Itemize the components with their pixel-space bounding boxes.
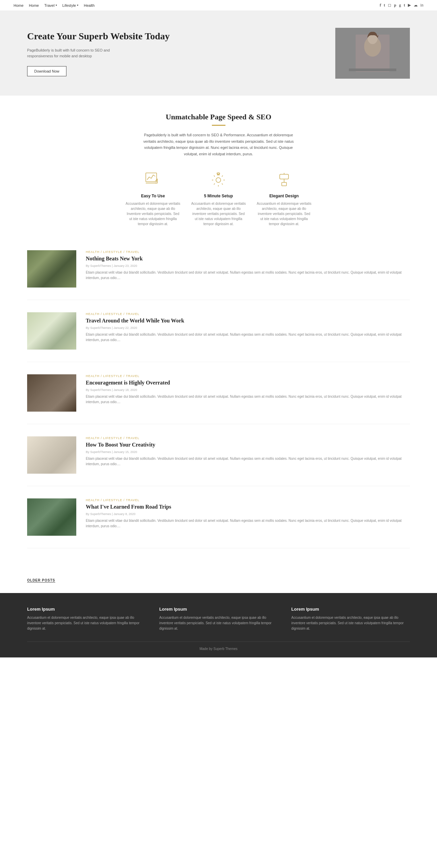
post-title[interactable]: Encouragement is Highly Overrated: [86, 379, 410, 387]
feature-five-minute: 5 Minute Setup Accusantium et doloremque…: [191, 171, 246, 226]
post-item: HEALTH / LIFESTYLE / TRAVEL Nothing Beat…: [27, 250, 410, 300]
feature-easy-to-use: Easy To Use Accusantium et doloremque ve…: [125, 171, 181, 226]
post-title[interactable]: How To Boost Your Creativity: [86, 441, 410, 449]
post-title[interactable]: Nothing Beats New York: [86, 255, 410, 262]
nav-home2[interactable]: Home: [29, 3, 39, 7]
download-now-button[interactable]: Download Now: [27, 66, 66, 76]
nav-health[interactable]: Health: [84, 3, 95, 7]
older-posts-section: OLDER POSTS: [0, 574, 437, 593]
svg-rect-11: [282, 182, 286, 186]
post-image-work: [27, 312, 76, 350]
footer-col-1-title: Lorem Ipsum: [27, 607, 146, 612]
features-description: Pagebuilderly is built with full concern…: [137, 132, 300, 157]
linkedin-icon[interactable]: in: [420, 3, 423, 8]
hero-section: Create Your Superb Website Today PageBui…: [0, 11, 437, 96]
nav-links: Home Home Travel ▾ Lifestyle ▾ Health: [14, 3, 95, 7]
post-category: HEALTH / LIFESTYLE / TRAVEL: [86, 436, 410, 440]
post-category: HEALTH / LIFESTYLE / TRAVEL: [86, 374, 410, 378]
section-divider: [212, 125, 225, 126]
nav-lifestyle-dropdown[interactable]: Lifestyle ▾: [62, 3, 78, 7]
travel-chevron-icon: ▾: [56, 4, 57, 7]
svg-rect-5: [146, 173, 157, 182]
pinterest-icon[interactable]: 𝐩: [394, 3, 396, 8]
footer-col-1: Lorem Ipsum Accusantium et doloremque ve…: [27, 607, 146, 631]
feature-design-desc: Accusantium et doloremque veritatis arch…: [256, 201, 312, 226]
feature-setup-title: 5 Minute Setup: [191, 194, 246, 198]
post-meta: By SuperbThemes | January 15, 2020: [86, 450, 410, 454]
hero-text: Create Your Superb Website Today PageBui…: [27, 30, 322, 76]
post-excerpt: Etiam placerat velit vitae dui blandit s…: [86, 332, 410, 343]
facebook-icon[interactable]: 𝐟: [380, 3, 381, 8]
svg-point-7: [216, 178, 221, 182]
googleplus-icon[interactable]: 𝐠: [399, 3, 401, 8]
nav-home1[interactable]: Home: [14, 3, 23, 7]
post-item: HEALTH / LIFESTYLE / TRAVEL What I've Le…: [27, 498, 410, 548]
feature-easy-title: Easy To Use: [125, 194, 181, 198]
post-excerpt: Etiam placerat velit vitae dui blandit s…: [86, 456, 410, 467]
post-category: HEALTH / LIFESTYLE / TRAVEL: [86, 312, 410, 316]
main-nav: Home Home Travel ▾ Lifestyle ▾ Health 𝐟 …: [0, 0, 437, 11]
footer: Lorem Ipsum Accusantium et doloremque ve…: [0, 593, 437, 657]
feature-elegant-design: Elegant Design Accusantium et doloremque…: [256, 171, 312, 226]
footer-col-1-text: Accusantium et doloremque veritatis arch…: [27, 615, 146, 631]
hero-image: [335, 28, 410, 79]
post-title[interactable]: Travel Around the World While You Work: [86, 317, 410, 324]
post-item: HEALTH / LIFESTYLE / TRAVEL Travel Aroun…: [27, 312, 410, 362]
youtube-icon[interactable]: ▶: [408, 3, 411, 8]
post-content-overrated: HEALTH / LIFESTYLE / TRAVEL Encouragemen…: [86, 374, 410, 405]
nav-travel-dropdown[interactable]: Travel ▾: [44, 3, 57, 7]
footer-col-3-title: Lorem Ipsum: [291, 607, 410, 612]
post-excerpt: Etiam placerat velit vitae dui blandit s…: [86, 518, 410, 529]
footer-col-2: Lorem Ipsum Accusantium et doloremque ve…: [159, 607, 278, 631]
hero-illustration: [335, 28, 410, 79]
feature-design-title: Elegant Design: [256, 194, 312, 198]
post-item: HEALTH / LIFESTYLE / TRAVEL Encouragemen…: [27, 374, 410, 424]
post-excerpt: Etiam placerat velit vitae dui blandit s…: [86, 270, 410, 281]
design-icon: [275, 171, 293, 190]
chart-icon: [144, 171, 162, 190]
post-meta: By SuperbThemes | January 23, 2020: [86, 264, 410, 268]
post-title[interactable]: What I've Learned From Road Trips: [86, 504, 410, 511]
features-title: Unmatchable Page Speed & SEO: [27, 113, 410, 121]
post-content-creativity: HEALTH / LIFESTYLE / TRAVEL How To Boost…: [86, 436, 410, 467]
hero-title: Create Your Superb Website Today: [27, 30, 322, 42]
post-category: HEALTH / LIFESTYLE / TRAVEL: [86, 498, 410, 502]
footer-col-2-title: Lorem Ipsum: [159, 607, 278, 612]
hero-subtitle: PageBuilderly is built with full concern…: [27, 47, 115, 59]
lifestyle-chevron-icon: ▾: [77, 4, 78, 7]
post-content-road: HEALTH / LIFESTYLE / TRAVEL What I've Le…: [86, 498, 410, 529]
post-meta: By SuperbThemes | January 8, 2020: [86, 512, 410, 516]
feature-easy-desc: Accusantium et doloremque veritatis arch…: [125, 201, 181, 226]
feature-setup-desc: Accusantium et doloremque veritatis arch…: [191, 201, 246, 226]
svg-rect-9: [280, 174, 289, 179]
social-icons: 𝐟 𝐭 ◻ 𝐩 𝐠 𝐭 ▶ ☁ in: [380, 3, 423, 8]
gear-icon: [209, 171, 228, 190]
hero-image-placeholder: [335, 28, 410, 79]
features-grid: Easy To Use Accusantium et doloremque ve…: [125, 171, 312, 226]
post-image-road: [27, 498, 76, 536]
instagram-icon[interactable]: ◻: [388, 3, 391, 8]
post-excerpt: Etiam placerat velit vitae dui blandit s…: [86, 394, 410, 405]
post-image-creativity: [27, 436, 76, 474]
twitter-icon[interactable]: 𝐭: [384, 3, 385, 8]
footer-grid: Lorem Ipsum Accusantium et doloremque ve…: [27, 607, 410, 631]
svg-rect-2: [349, 68, 396, 71]
footer-credit-text: Made by Superb Themes: [199, 647, 237, 651]
post-image-overrated: [27, 374, 76, 412]
post-meta: By SuperbThemes | January 18, 2020: [86, 388, 410, 392]
footer-col-2-text: Accusantium et doloremque veritatis arch…: [159, 615, 278, 631]
features-section: Unmatchable Page Speed & SEO Pagebuilder…: [0, 96, 437, 243]
posts-section: HEALTH / LIFESTYLE / TRAVEL Nothing Beat…: [0, 243, 437, 574]
post-content-work: HEALTH / LIFESTYLE / TRAVEL Travel Aroun…: [86, 312, 410, 343]
older-posts-link[interactable]: OLDER POSTS: [27, 578, 55, 583]
post-meta: By SuperbThemes | January 22, 2020: [86, 326, 410, 330]
footer-col-3: Lorem Ipsum Accusantium et doloremque ve…: [291, 607, 410, 631]
post-item: HEALTH / LIFESTYLE / TRAVEL How To Boost…: [27, 436, 410, 486]
post-image-nyc: [27, 250, 76, 288]
post-category: HEALTH / LIFESTYLE / TRAVEL: [86, 250, 410, 254]
footer-credit: Made by Superb Themes: [27, 642, 410, 651]
tumblr-icon[interactable]: 𝐭: [404, 3, 405, 8]
cloud-icon[interactable]: ☁: [414, 3, 418, 8]
post-content-nyc: HEALTH / LIFESTYLE / TRAVEL Nothing Beat…: [86, 250, 410, 281]
footer-col-3-text: Accusantium et doloremque veritatis arch…: [291, 615, 410, 631]
